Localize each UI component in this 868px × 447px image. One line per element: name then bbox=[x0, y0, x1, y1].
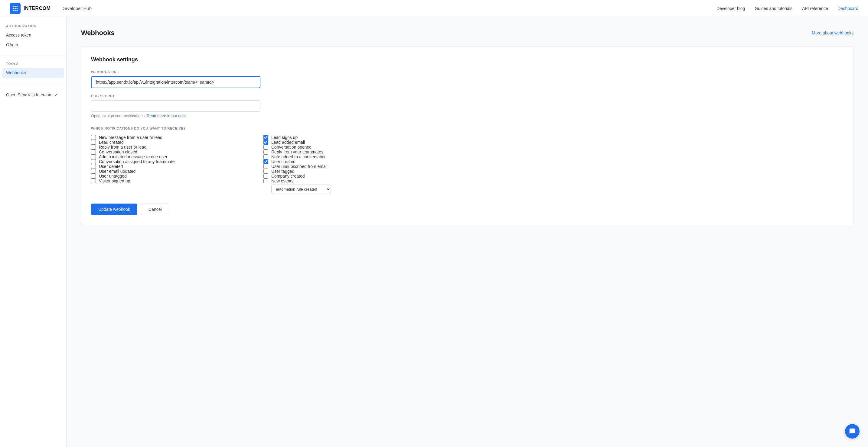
cb_user_email-label[interactable]: User email updated bbox=[99, 169, 135, 174]
checkbox-item: Company created bbox=[264, 174, 424, 178]
cb_user_untagged-checkbox[interactable] bbox=[91, 174, 96, 178]
cb_conv_opened-checkbox[interactable] bbox=[264, 145, 268, 149]
webhook-url-group: WEBHOOK URL bbox=[91, 70, 843, 88]
notifications-label: WHICH NOTIFICATIONS DO YOU WANT TO RECEI… bbox=[91, 127, 843, 130]
webhook-url-input[interactable] bbox=[91, 76, 260, 88]
cb_company_created-label[interactable]: Company created bbox=[271, 174, 305, 178]
checkbox-item: Conversation closed bbox=[91, 149, 251, 154]
cb_reply_user_lead-checkbox[interactable] bbox=[91, 145, 96, 149]
checkbox-item: User unsubscribed from email bbox=[264, 164, 424, 169]
cb_conv_closed-label[interactable]: Conversation closed bbox=[99, 149, 137, 154]
cb_lead_signs_up-checkbox[interactable] bbox=[264, 135, 268, 140]
nav-guides[interactable]: Guides and tutorials bbox=[754, 6, 793, 11]
logo-divider: | bbox=[55, 6, 57, 11]
cb_user_deleted-checkbox[interactable] bbox=[91, 164, 96, 169]
checkbox-item: Admin initiated message to one user bbox=[91, 154, 251, 159]
open-sendx-link[interactable]: Open SendX in Intercom ↗ bbox=[0, 90, 66, 100]
cb_new_events-label[interactable]: New events bbox=[271, 178, 293, 183]
cb_new_message-checkbox[interactable] bbox=[91, 135, 96, 140]
checkbox-item: New events bbox=[264, 178, 424, 183]
cb_lead_signs_up-label[interactable]: Lead signs up bbox=[271, 135, 298, 140]
checkbox-item: Note added to a conversation bbox=[264, 154, 424, 159]
sidebar-section-tools: TOOLS bbox=[0, 62, 66, 68]
checkbox-item: Reply from a user or lead bbox=[91, 145, 251, 149]
checkboxes-left-col: New message from a user or leadLead crea… bbox=[91, 135, 251, 194]
nav-dev-blog[interactable]: Developer blog bbox=[716, 6, 745, 11]
nav-api-ref[interactable]: API reference bbox=[802, 6, 828, 11]
update-webhook-button[interactable]: Update webhook bbox=[91, 204, 137, 215]
cb_user_tagged-label[interactable]: User tagged bbox=[271, 169, 294, 174]
svg-rect-7 bbox=[14, 10, 16, 11]
checkboxes-right-col: Lead signs upLead added emailConversatio… bbox=[264, 135, 424, 194]
field-hint: Optional sign your notifications. Read m… bbox=[91, 113, 843, 118]
cb_reply_teammates-checkbox[interactable] bbox=[264, 149, 268, 154]
external-link-icon: ↗ bbox=[54, 93, 58, 97]
cb_lead_created-label[interactable]: Lead created bbox=[99, 140, 124, 145]
sidebar: AUTHORIZATION Access token OAuth TOOLS W… bbox=[0, 17, 66, 447]
cb_new_events-checkbox[interactable] bbox=[264, 178, 268, 183]
hub-secret-input[interactable] bbox=[91, 100, 260, 112]
cb_user_unsub-checkbox[interactable] bbox=[264, 164, 268, 169]
settings-title: Webhook settings bbox=[91, 57, 843, 63]
cb_reply_teammates-label[interactable]: Reply from your teammates bbox=[271, 149, 323, 154]
events-select[interactable]: automation rule created bbox=[271, 184, 331, 194]
checkbox-item: New message from a user or lead bbox=[91, 135, 251, 140]
cb_conv_assigned-label[interactable]: Conversation assigned to any teammate bbox=[99, 159, 175, 164]
checkbox-item: Lead created bbox=[91, 140, 251, 145]
checkbox-item: User email updated bbox=[91, 169, 251, 174]
cb_note_added-checkbox[interactable] bbox=[264, 154, 268, 159]
logo: INTERCOM | Developer Hub bbox=[10, 3, 92, 14]
hub-secret-label: HUB SECRET bbox=[91, 94, 843, 98]
cb_user_email-checkbox[interactable] bbox=[91, 169, 96, 174]
app-header: INTERCOM | Developer Hub Developer blog … bbox=[0, 0, 868, 17]
svg-rect-5 bbox=[17, 8, 18, 9]
cb_user_untagged-label[interactable]: User untagged bbox=[99, 174, 127, 178]
cb_admin_msg-checkbox[interactable] bbox=[91, 154, 96, 159]
page-header: Webhooks More about webhooks bbox=[81, 29, 854, 37]
sidebar-section-authorization: AUTHORIZATION bbox=[0, 24, 66, 30]
cb_admin_msg-label[interactable]: Admin initiated message to one user bbox=[99, 154, 167, 159]
open-sendx-label: Open SendX in Intercom bbox=[6, 93, 52, 97]
cb_user_created-label[interactable]: User created bbox=[271, 159, 296, 164]
cb_visitor_signup-checkbox[interactable] bbox=[91, 178, 96, 183]
cb_user_created-checkbox[interactable] bbox=[264, 159, 268, 164]
cb_conv_closed-checkbox[interactable] bbox=[91, 149, 96, 154]
svg-rect-3 bbox=[13, 8, 14, 9]
more-about-webhooks-link[interactable]: More about webhooks bbox=[812, 31, 854, 35]
events-dropdown-container: automation rule created bbox=[271, 184, 424, 194]
cb_conv_assigned-checkbox[interactable] bbox=[91, 159, 96, 164]
chat-fab[interactable] bbox=[845, 424, 860, 439]
logo-subtitle: Developer Hub bbox=[61, 6, 92, 11]
cb_lead_created-checkbox[interactable] bbox=[91, 140, 96, 145]
checkbox-item: User untagged bbox=[91, 174, 251, 178]
cb_note_added-label[interactable]: Note added to a conversation bbox=[271, 154, 327, 159]
cb_user_unsub-label[interactable]: User unsubscribed from email bbox=[271, 164, 328, 169]
hint-link[interactable]: Read more in our docs bbox=[147, 113, 187, 118]
cb_user_deleted-label[interactable]: User deleted bbox=[99, 164, 123, 169]
checkbox-item: User deleted bbox=[91, 164, 251, 169]
sidebar-item-access-token[interactable]: Access token bbox=[0, 30, 66, 40]
logo-icon bbox=[10, 3, 21, 14]
sidebar-item-oauth[interactable]: OAuth bbox=[0, 40, 66, 49]
hub-secret-group: HUB SECRET Optional sign your notificati… bbox=[91, 94, 843, 118]
cb_user_tagged-checkbox[interactable] bbox=[264, 169, 268, 174]
hint-text: Optional sign your notifications. bbox=[91, 113, 146, 118]
cb_reply_user_lead-label[interactable]: Reply from a user or lead bbox=[99, 145, 146, 149]
cb_new_message-label[interactable]: New message from a user or lead bbox=[99, 135, 162, 140]
cb_lead_added_email-label[interactable]: Lead added email bbox=[271, 140, 305, 145]
logo-brand: INTERCOM bbox=[24, 6, 51, 11]
cb_visitor_signup-label[interactable]: Visitor signed up bbox=[99, 178, 130, 183]
cb_company_created-checkbox[interactable] bbox=[264, 174, 268, 178]
nav-dashboard[interactable]: Dashboard bbox=[838, 6, 859, 11]
checkbox-item: Reply from your teammates bbox=[264, 149, 424, 154]
sidebar-divider bbox=[0, 56, 66, 56]
app-layout: AUTHORIZATION Access token OAuth TOOLS W… bbox=[0, 17, 868, 447]
sidebar-item-webhooks[interactable]: Webhooks bbox=[2, 68, 64, 78]
checkbox-item: Conversation opened bbox=[264, 145, 424, 149]
cb_lead_added_email-checkbox[interactable] bbox=[264, 140, 268, 145]
checkbox-item: Lead signs up bbox=[264, 135, 424, 140]
cancel-button[interactable]: Cancel bbox=[141, 204, 169, 215]
button-group: Update webhook Cancel bbox=[91, 204, 843, 215]
cb_conv_opened-label[interactable]: Conversation opened bbox=[271, 145, 311, 149]
svg-rect-1 bbox=[14, 6, 16, 7]
